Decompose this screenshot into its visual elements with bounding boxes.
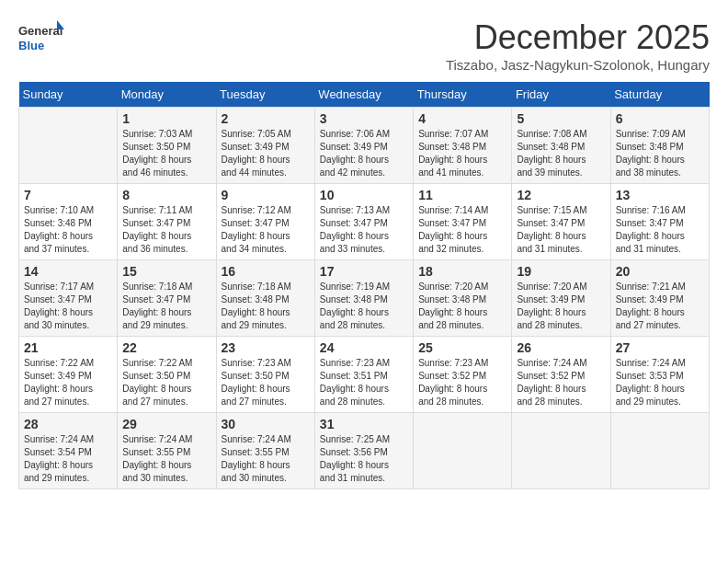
cell-info: Sunrise: 7:12 AM Sunset: 3:47 PM Dayligh… (222, 204, 310, 256)
page-header: General Blue December 2025 Tiszabo, Jasz… (18, 18, 710, 73)
week-row-4: 21Sunrise: 7:22 AM Sunset: 3:49 PM Dayli… (19, 337, 710, 413)
calendar-cell: 23Sunrise: 7:23 AM Sunset: 3:50 PM Dayli… (216, 337, 314, 413)
header-wednesday: Wednesday (314, 82, 413, 108)
calendar-cell: 12Sunrise: 7:15 AM Sunset: 3:47 PM Dayli… (512, 184, 610, 260)
day-number: 23 (222, 340, 310, 355)
calendar-cell: 27Sunrise: 7:24 AM Sunset: 3:53 PM Dayli… (610, 337, 709, 413)
day-number: 9 (222, 188, 310, 202)
day-number: 13 (616, 188, 704, 202)
cell-info: Sunrise: 7:19 AM Sunset: 3:48 PM Dayligh… (320, 281, 408, 332)
cell-info: Sunrise: 7:17 AM Sunset: 3:47 PM Dayligh… (24, 281, 112, 332)
header-thursday: Thursday (414, 82, 512, 108)
cell-info: Sunrise: 7:23 AM Sunset: 3:51 PM Dayligh… (320, 357, 408, 408)
calendar-cell: 8Sunrise: 7:11 AM Sunset: 3:47 PM Daylig… (118, 184, 216, 260)
cell-info: Sunrise: 7:18 AM Sunset: 3:47 PM Dayligh… (122, 281, 210, 332)
day-number: 19 (517, 264, 605, 279)
day-number: 27 (616, 340, 704, 355)
day-number: 16 (222, 264, 310, 279)
day-number: 28 (24, 417, 112, 431)
day-number: 26 (517, 340, 605, 355)
header-sunday: Sunday (19, 82, 118, 108)
day-number: 22 (122, 340, 210, 355)
cell-info: Sunrise: 7:23 AM Sunset: 3:52 PM Dayligh… (418, 357, 506, 408)
header-monday: Monday (118, 82, 216, 108)
day-number: 17 (320, 264, 408, 279)
location-subtitle: Tiszabo, Jasz-Nagykun-Szolonok, Hungary (446, 57, 710, 73)
day-number: 4 (418, 111, 506, 126)
cell-info: Sunrise: 7:06 AM Sunset: 3:49 PM Dayligh… (320, 128, 408, 179)
day-number: 10 (320, 188, 408, 202)
day-number: 30 (222, 417, 310, 431)
logo: General Blue (18, 18, 64, 60)
cell-info: Sunrise: 7:23 AM Sunset: 3:50 PM Dayligh… (222, 357, 310, 408)
calendar-cell: 16Sunrise: 7:18 AM Sunset: 3:48 PM Dayli… (216, 260, 314, 337)
day-number: 3 (320, 111, 408, 126)
day-number: 6 (616, 111, 704, 126)
calendar-cell: 22Sunrise: 7:22 AM Sunset: 3:50 PM Dayli… (118, 337, 216, 413)
day-number: 12 (517, 188, 605, 202)
header-friday: Friday (512, 82, 610, 108)
day-number: 2 (222, 111, 310, 126)
calendar-cell (512, 413, 610, 489)
calendar-cell: 24Sunrise: 7:23 AM Sunset: 3:51 PM Dayli… (314, 337, 413, 413)
cell-info: Sunrise: 7:10 AM Sunset: 3:48 PM Dayligh… (24, 204, 112, 256)
calendar-cell: 10Sunrise: 7:13 AM Sunset: 3:47 PM Dayli… (314, 184, 413, 260)
day-number: 31 (320, 417, 408, 431)
day-number: 15 (122, 264, 210, 279)
calendar-cell: 17Sunrise: 7:19 AM Sunset: 3:48 PM Dayli… (314, 260, 413, 337)
calendar-cell: 15Sunrise: 7:18 AM Sunset: 3:47 PM Dayli… (118, 260, 216, 337)
calendar-cell: 28Sunrise: 7:24 AM Sunset: 3:54 PM Dayli… (19, 413, 118, 489)
calendar-cell: 4Sunrise: 7:07 AM Sunset: 3:48 PM Daylig… (414, 108, 512, 184)
calendar-cell: 5Sunrise: 7:08 AM Sunset: 3:48 PM Daylig… (512, 108, 610, 184)
day-number: 11 (418, 188, 506, 202)
cell-info: Sunrise: 7:22 AM Sunset: 3:49 PM Dayligh… (24, 357, 112, 408)
cell-info: Sunrise: 7:11 AM Sunset: 3:47 PM Dayligh… (122, 204, 210, 256)
day-number: 1 (122, 111, 210, 126)
calendar-cell (610, 413, 709, 489)
cell-info: Sunrise: 7:24 AM Sunset: 3:55 PM Dayligh… (122, 433, 210, 485)
cell-info: Sunrise: 7:18 AM Sunset: 3:48 PM Dayligh… (222, 281, 310, 332)
cell-info: Sunrise: 7:25 AM Sunset: 3:56 PM Dayligh… (320, 433, 408, 485)
title-block: December 2025 Tiszabo, Jasz-Nagykun-Szol… (446, 18, 710, 73)
day-number: 18 (418, 264, 506, 279)
calendar-cell: 18Sunrise: 7:20 AM Sunset: 3:48 PM Dayli… (414, 260, 512, 337)
day-number: 21 (24, 340, 112, 355)
cell-info: Sunrise: 7:09 AM Sunset: 3:48 PM Dayligh… (616, 128, 704, 179)
month-title: December 2025 (446, 18, 710, 57)
cell-info: Sunrise: 7:13 AM Sunset: 3:47 PM Dayligh… (320, 204, 408, 256)
cell-info: Sunrise: 7:08 AM Sunset: 3:48 PM Dayligh… (517, 128, 605, 179)
cell-info: Sunrise: 7:24 AM Sunset: 3:54 PM Dayligh… (24, 433, 112, 485)
calendar-cell: 7Sunrise: 7:10 AM Sunset: 3:48 PM Daylig… (19, 184, 118, 260)
calendar-cell (19, 108, 118, 184)
calendar-cell: 25Sunrise: 7:23 AM Sunset: 3:52 PM Dayli… (414, 337, 512, 413)
calendar-cell: 2Sunrise: 7:05 AM Sunset: 3:49 PM Daylig… (216, 108, 314, 184)
calendar-cell: 9Sunrise: 7:12 AM Sunset: 3:47 PM Daylig… (216, 184, 314, 260)
calendar-cell: 30Sunrise: 7:24 AM Sunset: 3:55 PM Dayli… (216, 413, 314, 489)
week-row-3: 14Sunrise: 7:17 AM Sunset: 3:47 PM Dayli… (19, 260, 710, 337)
cell-info: Sunrise: 7:22 AM Sunset: 3:50 PM Dayligh… (122, 357, 210, 408)
calendar-cell: 3Sunrise: 7:06 AM Sunset: 3:49 PM Daylig… (314, 108, 413, 184)
calendar-cell: 6Sunrise: 7:09 AM Sunset: 3:48 PM Daylig… (610, 108, 709, 184)
cell-info: Sunrise: 7:14 AM Sunset: 3:47 PM Dayligh… (418, 204, 506, 256)
calendar-cell: 19Sunrise: 7:20 AM Sunset: 3:49 PM Dayli… (512, 260, 610, 337)
day-number: 14 (24, 264, 112, 279)
calendar-table: SundayMondayTuesdayWednesdayThursdayFrid… (18, 82, 710, 489)
day-number: 20 (616, 264, 704, 279)
svg-text:General: General (18, 24, 63, 38)
week-row-2: 7Sunrise: 7:10 AM Sunset: 3:48 PM Daylig… (19, 184, 710, 260)
calendar-cell: 11Sunrise: 7:14 AM Sunset: 3:47 PM Dayli… (414, 184, 512, 260)
calendar-cell: 21Sunrise: 7:22 AM Sunset: 3:49 PM Dayli… (19, 337, 118, 413)
day-number: 8 (122, 188, 210, 202)
logo-svg: General Blue (18, 18, 64, 60)
week-row-1: 1Sunrise: 7:03 AM Sunset: 3:50 PM Daylig… (19, 108, 710, 184)
calendar-cell: 31Sunrise: 7:25 AM Sunset: 3:56 PM Dayli… (314, 413, 413, 489)
calendar-header-row: SundayMondayTuesdayWednesdayThursdayFrid… (19, 82, 710, 108)
svg-marker-2 (57, 20, 64, 29)
cell-info: Sunrise: 7:03 AM Sunset: 3:50 PM Dayligh… (122, 128, 210, 179)
cell-info: Sunrise: 7:07 AM Sunset: 3:48 PM Dayligh… (418, 128, 506, 179)
cell-info: Sunrise: 7:16 AM Sunset: 3:47 PM Dayligh… (616, 204, 704, 256)
svg-text:Blue: Blue (18, 39, 44, 52)
calendar-cell: 1Sunrise: 7:03 AM Sunset: 3:50 PM Daylig… (118, 108, 216, 184)
day-number: 24 (320, 340, 408, 355)
calendar-cell: 13Sunrise: 7:16 AM Sunset: 3:47 PM Dayli… (610, 184, 709, 260)
